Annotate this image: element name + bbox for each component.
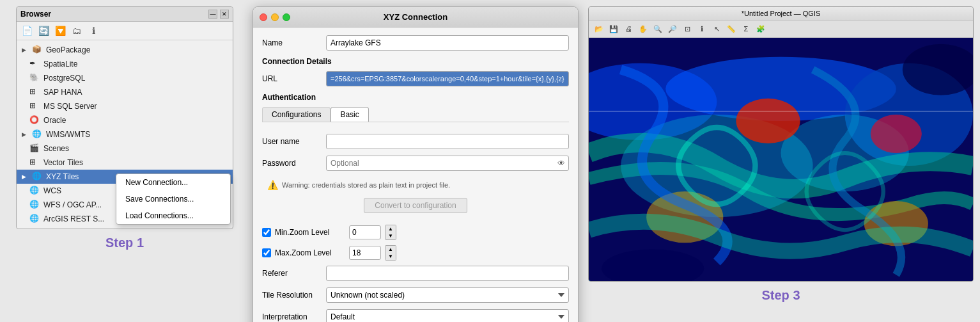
min-zoom-row: Min.Zoom Level ▲ ▼ bbox=[262, 225, 569, 240]
tree-label-spatialite: SpatiaLite bbox=[43, 60, 77, 68]
close-traffic-light[interactable] bbox=[260, 13, 267, 21]
tree-label-geopackage: GeoPackage bbox=[46, 45, 90, 54]
browser-titlebar: Browser — ✕ bbox=[17, 7, 233, 22]
tree-label-arcgis: ArcGIS REST S... bbox=[43, 214, 104, 223]
url-label: URL bbox=[262, 74, 326, 83]
interpretation-select[interactable]: Default MapTiler Elevation Terrarium Ele… bbox=[326, 309, 569, 322]
tree-item-scenes[interactable]: 🎬 Scenes bbox=[17, 141, 233, 156]
qgis-tool-print[interactable]: 🖨 bbox=[622, 22, 635, 35]
auth-tabs: Configurations Basic bbox=[262, 107, 569, 122]
qgis-tool-save[interactable]: 💾 bbox=[607, 22, 620, 35]
min-zoom-checkbox[interactable] bbox=[262, 228, 271, 237]
tree-label-wfs: WFS / OGC AP... bbox=[43, 200, 102, 209]
qgis-tool-zoom-out[interactable]: 🔎 bbox=[666, 22, 679, 35]
password-input[interactable] bbox=[326, 156, 569, 171]
tree-item-oracle[interactable]: ⭕ Oracle bbox=[17, 113, 233, 127]
tree-item-vectortiles[interactable]: ⊞ Vector Tiles bbox=[17, 156, 233, 170]
browser-panel: Browser — ✕ 📄 🔄 🔽 🗂 ℹ ▶ 📦 GeoPackage ✒ S… bbox=[16, 6, 233, 229]
tree-item-spatialite[interactable]: ✒ SpatiaLite bbox=[17, 57, 233, 71]
context-menu-load-connections[interactable]: Load Connections... bbox=[116, 207, 230, 224]
connection-details-label: Connection Details bbox=[262, 57, 569, 66]
minimize-icon[interactable]: — bbox=[208, 10, 217, 19]
max-zoom-down-button[interactable]: ▼ bbox=[385, 253, 396, 260]
geopackage-icon: 📦 bbox=[32, 45, 42, 55]
referer-input[interactable] bbox=[326, 266, 569, 281]
dialog-body: Name Connection Details URL Authenticati… bbox=[253, 28, 578, 322]
arcgis-icon: 🌐 bbox=[29, 214, 40, 224]
wmswmts-icon: 🌐 bbox=[32, 129, 42, 140]
eye-icon[interactable]: 👁 bbox=[557, 159, 565, 168]
convert-to-config-button[interactable]: Convert to configuration bbox=[364, 198, 467, 213]
min-zoom-down-button[interactable]: ▼ bbox=[385, 232, 396, 239]
qgis-tool-open[interactable]: 📂 bbox=[593, 22, 605, 35]
vectortiles-icon: ⊞ bbox=[29, 157, 40, 168]
step3-container: *Untitled Project — QGIS 📂 💾 🖨 ✋ 🔍 🔎 ⊡ ℹ… bbox=[588, 6, 974, 303]
tree-label-vectortiles: Vector Tiles bbox=[43, 158, 83, 167]
qgis-tool-plugin[interactable]: 🧩 bbox=[754, 22, 767, 35]
tree-label-wcs: WCS bbox=[43, 186, 61, 195]
xyztiles-arrow: ▶ bbox=[22, 173, 28, 180]
qgis-tool-measure[interactable]: 📏 bbox=[725, 22, 738, 35]
refresh-icon[interactable]: 🔄 bbox=[37, 24, 50, 37]
min-zoom-input[interactable] bbox=[349, 225, 381, 239]
collapse-icon[interactable]: 🗂 bbox=[70, 24, 83, 37]
max-zoom-input[interactable] bbox=[349, 246, 381, 260]
qgis-tool-identify[interactable]: ℹ bbox=[696, 22, 708, 35]
password-row: Password 👁 bbox=[262, 156, 569, 171]
postgresql-icon: 🐘 bbox=[29, 73, 40, 83]
dialog-title: XYZ Connection bbox=[384, 12, 447, 22]
info-icon[interactable]: ℹ bbox=[87, 24, 100, 37]
qgis-tool-sum[interactable]: Σ bbox=[740, 22, 752, 35]
scenes-icon: 🎬 bbox=[29, 143, 40, 154]
context-menu-save-connections[interactable]: Save Connections... bbox=[116, 191, 230, 207]
qgis-tool-pan[interactable]: ✋ bbox=[637, 22, 649, 35]
close-icon[interactable]: ✕ bbox=[220, 10, 229, 19]
qgis-window-title: *Untitled Project — QGIS bbox=[742, 10, 821, 17]
qgis-map-area[interactable] bbox=[589, 38, 973, 281]
tree-label-wmswmts: WMS/WMTS bbox=[46, 130, 90, 139]
max-zoom-spinner: ▲ ▼ bbox=[385, 245, 396, 261]
tree-item-geopackage[interactable]: ▶ 📦 GeoPackage bbox=[17, 43, 233, 57]
tab-configurations[interactable]: Configurations bbox=[262, 107, 331, 122]
tree-arrow: ▶ bbox=[22, 47, 28, 53]
minimize-traffic-light[interactable] bbox=[271, 13, 279, 21]
context-menu-new-connection[interactable]: New Connection... bbox=[116, 174, 230, 191]
tab-basic[interactable]: Basic bbox=[331, 107, 368, 122]
step3-label: Step 3 bbox=[761, 288, 800, 303]
tile-resolution-select[interactable]: Unknown (not scaled) Standard (256x256) … bbox=[326, 287, 569, 303]
username-input[interactable] bbox=[326, 134, 569, 149]
wfs-icon: 🌐 bbox=[29, 200, 40, 210]
qgis-tool-zoom-extent[interactable]: ⊡ bbox=[681, 22, 694, 35]
tile-resolution-label: Tile Resolution bbox=[262, 291, 326, 300]
tree-item-wmswmts[interactable]: ▶ 🌐 WMS/WMTS bbox=[17, 127, 233, 141]
tree-item-postgresql[interactable]: 🐘 PostgreSQL bbox=[17, 71, 233, 85]
oracle-icon: ⭕ bbox=[29, 115, 40, 125]
name-input[interactable] bbox=[326, 35, 569, 51]
filter-icon[interactable]: 🔽 bbox=[54, 24, 66, 37]
referer-label: Referer bbox=[262, 269, 326, 278]
dialog-titlebar: XYZ Connection bbox=[253, 7, 578, 28]
titlebar-buttons: — ✕ bbox=[208, 10, 229, 19]
xyz-connection-dialog: XYZ Connection Name Connection Details U… bbox=[253, 6, 579, 322]
tree-item-mssql[interactable]: ⊞ MS SQL Server bbox=[17, 99, 233, 113]
svg-point-6 bbox=[736, 99, 800, 143]
step1-container: Browser — ✕ 📄 🔄 🔽 🗂 ℹ ▶ 📦 GeoPackage ✒ S… bbox=[6, 6, 243, 250]
tile-resolution-row: Tile Resolution Unknown (not scaled) Sta… bbox=[262, 287, 569, 303]
saphana-icon: ⊞ bbox=[29, 87, 40, 97]
tree-label-scenes: Scenes bbox=[43, 144, 69, 153]
qgis-tool-select[interactable]: ↖ bbox=[710, 22, 723, 35]
interpretation-label: Interpretation bbox=[262, 312, 326, 321]
warning-row: ⚠️ Warning: credentials stored as plain … bbox=[262, 177, 569, 193]
url-input[interactable] bbox=[326, 71, 569, 86]
max-zoom-up-button[interactable]: ▲ bbox=[385, 246, 396, 253]
max-zoom-checkbox[interactable] bbox=[262, 248, 271, 257]
tree-item-saphana[interactable]: ⊞ SAP HANA bbox=[17, 85, 233, 99]
maximize-traffic-light[interactable] bbox=[283, 13, 290, 21]
wcs-icon: 🌐 bbox=[29, 186, 40, 196]
qgis-titlebar: *Untitled Project — QGIS bbox=[589, 7, 973, 20]
min-zoom-up-button[interactable]: ▲ bbox=[385, 225, 396, 232]
tree-label-saphana: SAP HANA bbox=[43, 88, 82, 97]
spatialite-icon: ✒ bbox=[29, 59, 40, 69]
add-layer-icon[interactable]: 📄 bbox=[20, 24, 33, 37]
qgis-tool-zoom-in[interactable]: 🔍 bbox=[651, 22, 664, 35]
